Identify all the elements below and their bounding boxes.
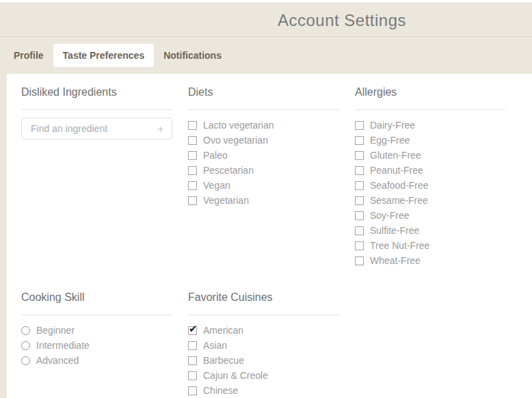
ingredient-search-box: + [21,118,172,140]
checkbox-icon[interactable] [355,151,364,160]
cuisine-option[interactable]: Cajun & Creole [188,368,339,383]
checkbox-icon[interactable] [355,256,364,265]
favorite-cuisines-options: American Asian Barbecue Cajun & [188,323,339,398]
radio-icon[interactable] [21,341,30,350]
checkbox-icon[interactable] [355,121,364,130]
checkbox-icon[interactable] [355,211,364,220]
allergy-option[interactable]: Sesame-Free [355,193,506,208]
checkbox-icon[interactable] [355,181,364,190]
allergy-option-label: Tree Nut-Free [370,240,429,251]
allergy-option-label: Gluten-Free [370,150,421,161]
diet-option[interactable]: Vegetarian [188,193,339,208]
allergies-options: Dairy-Free Egg-Free Gluten-Free [355,118,506,268]
allergy-option[interactable]: Sulfite-Free [355,223,506,238]
cooking-skill-option[interactable]: Beginner [21,323,172,338]
diet-option-label: Lacto vegetarian [203,120,274,131]
header-title-bar: Account Settings [0,3,532,37]
checkbox-icon[interactable] [188,151,197,160]
cooking-skill-option[interactable]: Advanced [21,353,172,368]
cuisine-option-label: American [203,325,243,336]
allergy-option[interactable]: Dairy-Free [355,118,506,133]
diet-option[interactable]: Pescetarian [188,163,339,178]
checkbox-icon[interactable] [355,136,364,145]
disliked-ingredients-heading: Disliked Ingredients [21,86,172,110]
sections-row-top: Disliked Ingredients + Diets Lacto veget… [21,86,532,268]
tab-taste-preferences[interactable]: Taste Preferences [53,44,155,67]
cooking-skill-heading: Cooking Skill [21,291,172,315]
diet-option[interactable]: Lacto vegetarian [188,118,339,133]
diets-options: Lacto vegetarian Ovo vegetarian Paleo [188,118,339,208]
add-ingredient-plus-icon[interactable]: + [157,123,164,135]
cooking-skill-options: Beginner Intermediate Advanced [21,323,172,368]
section-disliked-ingredients: Disliked Ingredients + [21,86,172,268]
tab-profile[interactable]: Profile [4,44,53,67]
radio-icon[interactable] [21,356,30,365]
radio-icon[interactable] [21,326,30,335]
checkbox-icon[interactable] [355,241,364,250]
cuisine-option-label: Barbecue [203,355,244,366]
content-panel: Disliked Ingredients + Diets Lacto veget… [7,74,532,398]
cuisine-option[interactable]: American [188,323,339,338]
allergy-option-label: Dairy-Free [370,120,415,131]
cuisine-option-label: Cajun & Creole [203,370,268,381]
section-allergies: Allergies Dairy-Free Egg-Free [355,86,506,268]
allergy-option[interactable]: Egg-Free [355,133,506,148]
diet-option-label: Pescetarian [203,165,254,176]
cuisine-option[interactable]: Asian [188,338,339,353]
page-title: Account Settings [278,3,406,37]
cooking-skill-option-label: Intermediate [36,340,90,351]
checkbox-icon[interactable] [188,356,197,365]
diets-heading: Diets [188,86,339,110]
checkbox-icon[interactable] [355,196,364,205]
checkbox-icon[interactable] [188,181,197,190]
favorite-cuisines-heading: Favorite Cuisines [188,291,339,315]
cooking-skill-option-label: Advanced [36,355,79,366]
cuisine-option-label: Asian [203,340,227,351]
sections-row-bottom: Cooking Skill Beginner Intermediate [21,291,532,398]
diet-option[interactable]: Paleo [188,148,339,163]
cooking-skill-option-label: Beginner [36,325,75,336]
allergy-option[interactable]: Soy-Free [355,208,506,223]
allergy-option[interactable]: Gluten-Free [355,148,506,163]
allergy-option[interactable]: Wheat-Free [355,253,506,268]
ingredient-search-input[interactable] [29,122,157,135]
diet-option[interactable]: Vegan [188,178,339,193]
cuisine-option[interactable]: Barbecue [188,353,339,368]
cuisine-option-label: Chinese [203,385,238,396]
section-cooking-skill: Cooking Skill Beginner Intermediate [21,291,172,398]
section-favorite-cuisines: Favorite Cuisines American Asian [188,291,339,398]
allergy-option-label: Sesame-Free [370,195,428,206]
checkbox-icon[interactable] [355,166,364,175]
diet-option-label: Vegetarian [203,195,249,206]
diet-option[interactable]: Ovo vegetarian [188,133,339,148]
checkbox-icon[interactable] [188,386,197,395]
allergy-option-label: Peanut-Free [370,165,423,176]
checkbox-icon[interactable] [188,121,197,130]
tab-bar: Profile Taste Preferences Notifications [0,37,532,74]
cooking-skill-option[interactable]: Intermediate [21,338,172,353]
checkbox-icon[interactable] [355,226,364,235]
cuisine-option[interactable]: Chinese [188,383,339,398]
allergies-heading: Allergies [355,86,506,110]
header: Account Settings Profile Taste Preferenc… [0,3,532,74]
checkbox-icon[interactable] [188,196,197,205]
checkbox-icon[interactable] [188,326,197,335]
allergy-option[interactable]: Seafood-Free [355,178,506,193]
diet-option-label: Vegan [203,180,230,191]
allergy-option[interactable]: Peanut-Free [355,163,506,178]
checkbox-icon[interactable] [188,371,197,380]
tab-notifications[interactable]: Notifications [154,44,231,67]
diet-option-label: Paleo [203,150,228,161]
diet-option-label: Ovo vegetarian [203,135,268,146]
allergy-option-label: Seafood-Free [370,180,429,191]
allergy-option-label: Wheat-Free [370,255,421,266]
allergy-option-label: Sulfite-Free [370,225,419,236]
checkbox-icon[interactable] [188,166,197,175]
allergy-option-label: Soy-Free [370,210,410,221]
section-diets: Diets Lacto vegetarian Ovo vegetarian [188,86,339,268]
allergy-option-label: Egg-Free [370,135,410,146]
checkbox-icon[interactable] [188,341,197,350]
allergy-option[interactable]: Tree Nut-Free [355,238,506,253]
checkbox-icon[interactable] [188,136,197,145]
